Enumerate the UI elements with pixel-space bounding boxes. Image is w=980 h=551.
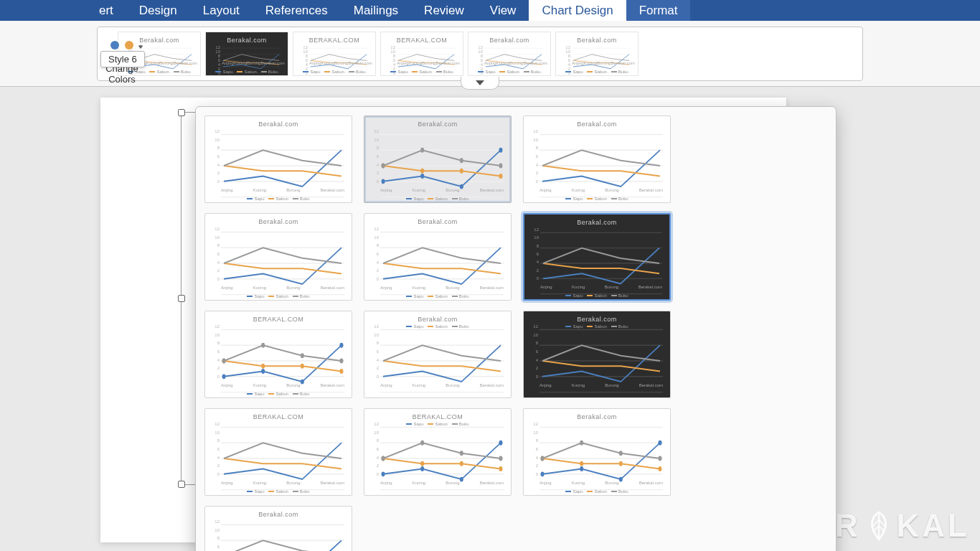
resize-handle[interactable] [178, 295, 185, 302]
svg-point-80 [339, 343, 343, 348]
svg-point-87 [301, 353, 304, 358]
svg-point-49 [420, 148, 424, 153]
svg-point-133 [658, 466, 661, 471]
ribbon-style-r3[interactable]: BERAKAL.COM121086420AnjingKucingBurungBe… [293, 32, 376, 76]
svg-point-84 [339, 369, 343, 374]
svg-point-109 [382, 471, 385, 476]
chart-styles-gallery: Berakal.com121086420AnjingKucingBurungBe… [195, 106, 837, 551]
ribbon-style-r4[interactable]: BERAKAL.COM121086420AnjingKucingBurungBe… [380, 32, 463, 76]
svg-point-120 [499, 456, 502, 461]
svg-point-137 [658, 456, 661, 461]
chart-styles-strip: ◀ Berakal.com121086420AnjingKucingBurung… [97, 27, 863, 81]
svg-point-43 [499, 148, 502, 153]
svg-point-127 [580, 466, 583, 471]
svg-point-47 [499, 174, 502, 179]
chart-title: Berakal.com [205, 116, 352, 128]
chart-style-option-style-8[interactable]: Berakal.com121086420AnjingKucingBurungBe… [364, 311, 512, 398]
tab-references[interactable]: References [253, 0, 341, 21]
chart-title: Berakal.com [556, 32, 638, 44]
svg-point-132 [619, 461, 623, 466]
svg-point-114 [420, 461, 424, 466]
svg-point-115 [460, 461, 463, 466]
chart-title: Berakal.com [524, 409, 670, 420]
svg-point-78 [261, 369, 265, 374]
chart-style-option-style-3[interactable]: Berakal.com121086420AnjingKucingBurungBe… [523, 116, 671, 203]
svg-point-85 [222, 359, 226, 364]
chart-title: Berakal.com [468, 32, 550, 44]
tab-layout[interactable]: Layout [190, 0, 253, 21]
svg-point-45 [420, 169, 424, 174]
chart-style-option-style-4[interactable]: Berakal.com121086420AnjingKucingBurungBe… [204, 213, 352, 301]
leaf-icon [864, 511, 894, 541]
resize-handle[interactable] [178, 109, 185, 116]
chart-style-option-style-13[interactable]: Berakal.com121086420AnjingKucingBurungBe… [204, 506, 352, 551]
svg-point-86 [261, 343, 265, 348]
chart-title: Berakal.com [524, 215, 669, 226]
svg-point-112 [499, 441, 502, 446]
svg-point-41 [420, 174, 424, 179]
chart-title: BERAKAL.COM [293, 32, 375, 44]
chart-style-option-style-5[interactable]: Berakal.com121086420AnjingKucingBurungBe… [364, 213, 512, 301]
svg-point-131 [580, 461, 583, 466]
svg-point-82 [261, 364, 265, 369]
ribbon-tabs: ertDesignLayoutReferencesMailingsReviewV… [0, 0, 980, 21]
chart-title: Berakal.com [206, 32, 288, 44]
chart-title: BERAKAL.COM [364, 409, 511, 420]
ribbon-style-r2[interactable]: Berakal.com121086420AnjingKucingBurungBe… [205, 32, 288, 76]
chart-title: BERAKAL.COM [205, 311, 352, 323]
tab-format[interactable]: Format [626, 0, 691, 21]
tab-ert[interactable]: ert [86, 0, 126, 21]
chart-style-option-style-2[interactable]: Berakal.com121086420AnjingKucingBurungBe… [364, 116, 512, 203]
svg-point-134 [541, 456, 545, 461]
chart-style-option-style-6[interactable]: Berakal.com121086420AnjingKucingBurungBe… [523, 213, 671, 301]
chart-title: Berakal.com [205, 507, 352, 518]
chart-title: BERAKAL.COM [381, 32, 463, 44]
svg-point-88 [339, 359, 343, 364]
chart-style-option-style-12[interactable]: Berakal.com121086420AnjingKucingBurungBe… [523, 408, 671, 496]
svg-point-40 [382, 179, 385, 184]
styles-expand-toggle[interactable] [461, 77, 499, 90]
svg-point-46 [460, 169, 463, 174]
svg-point-118 [420, 441, 424, 446]
tab-chart-design[interactable]: Chart Design [529, 0, 626, 21]
tab-mailings[interactable]: Mailings [341, 0, 411, 21]
svg-point-48 [382, 164, 385, 169]
svg-point-83 [301, 364, 304, 369]
chart-style-option-style-11[interactable]: BERAKAL.COM121086420AnjingKucingBurungBe… [364, 408, 512, 496]
chart-style-option-style-9[interactable]: Berakal.com121086420AnjingKucingBurungBe… [523, 311, 671, 398]
svg-point-126 [541, 471, 545, 476]
svg-point-51 [499, 164, 502, 169]
chart-title: BERAKAL.COM [205, 409, 352, 420]
ribbon-style-r6[interactable]: Berakal.com121086420AnjingKucingBurungBe… [555, 32, 639, 76]
resize-handle[interactable] [178, 481, 185, 488]
tab-view[interactable]: View [477, 0, 529, 21]
svg-point-135 [580, 441, 583, 446]
chart-title: Berakal.com [364, 116, 511, 128]
svg-point-50 [460, 158, 463, 163]
chart-title: Berakal.com [205, 214, 352, 225]
ribbon-style-r5[interactable]: Berakal.com121086420AnjingKucingBurungBe… [468, 32, 551, 76]
chart-style-option-style-7[interactable]: BERAKAL.COM121086420AnjingKucingBurungBe… [204, 311, 352, 398]
svg-point-77 [222, 374, 226, 379]
chart-style-option-style-1[interactable]: Berakal.com121086420AnjingKucingBurungBe… [204, 116, 352, 203]
svg-point-129 [658, 441, 661, 446]
chart-title: Berakal.com [364, 214, 511, 225]
chart-style-option-style-10[interactable]: BERAKAL.COM121086420AnjingKucingBurungBe… [204, 408, 352, 496]
chart-title: Berakal.com [524, 116, 670, 128]
svg-point-117 [382, 456, 385, 461]
chart-title: Berakal.com [524, 311, 670, 323]
tab-review[interactable]: Review [411, 0, 477, 21]
svg-point-116 [499, 466, 502, 471]
style-tooltip: Style 6 [100, 51, 145, 67]
svg-point-119 [460, 451, 463, 456]
svg-point-136 [619, 451, 623, 456]
chart-title: Berakal.com [364, 311, 511, 323]
svg-point-110 [420, 466, 424, 471]
ribbon-chart-design: Style 6 ChangeColors ◀ Berakal.com121086… [0, 21, 980, 87]
tab-design[interactable]: Design [126, 0, 190, 21]
